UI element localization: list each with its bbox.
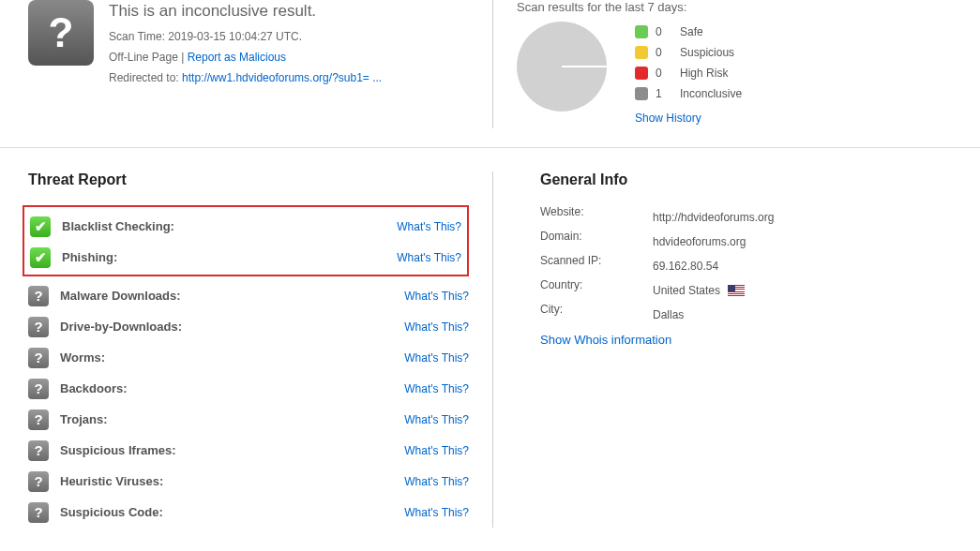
highlighted-rows: ✔ Blacklist Checking: What's This? ✔ Phi… [23, 205, 469, 276]
threat-report-title: Threat Report [28, 171, 469, 188]
threat-row-malware: ? Malware Downloads: What's This? [28, 280, 469, 311]
threat-label: Drive-by-Downloads: [60, 320, 404, 334]
gi-country: Country:United States [540, 278, 952, 303]
result-text-block: This is an inconclusive result. Scan Tim… [109, 0, 382, 128]
whats-this-link[interactable]: What's This? [404, 290, 469, 303]
threat-label: Blacklist Checking: [62, 219, 397, 233]
question-mark-icon: ? [28, 379, 49, 399]
whats-this-link[interactable]: What's This? [404, 351, 469, 365]
gi-ip: Scanned IP:69.162.80.54 [540, 254, 952, 278]
threat-label: Malware Downloads: [60, 289, 404, 303]
swatch-inconclusive-icon [635, 87, 648, 100]
scan-legend: 0 Safe 0 Suspicious 0 High Risk 1 Inconc… [635, 22, 742, 128]
threat-row-trojans: ? Trojans: What's This? [28, 404, 469, 435]
vertical-separator [492, 171, 493, 528]
threat-label: Worms: [60, 350, 404, 365]
result-summary: ? This is an inconclusive result. Scan T… [28, 0, 469, 128]
threat-row-worms: ? Worms: What's This? [28, 342, 469, 373]
whats-this-link[interactable]: What's This? [397, 251, 461, 264]
legend-inconclusive: 1 Inconclusive [635, 83, 742, 104]
whats-this-link[interactable]: What's This? [404, 475, 469, 488]
question-mark-icon: ? [28, 286, 49, 306]
threat-label: Heuristic Viruses: [60, 474, 404, 488]
result-title: This is an inconclusive result. [109, 2, 382, 21]
threat-row-phishing: ✔ Phishing: What's This? [30, 242, 461, 273]
legend-suspicious: 0 Suspicious [635, 42, 742, 63]
report-malicious-link[interactable]: Report as Malicious [188, 51, 286, 64]
whats-this-link[interactable]: What's This? [397, 220, 461, 233]
gi-domain: Domain:hdvideoforums.org [540, 230, 952, 254]
swatch-highrisk-icon [635, 67, 648, 80]
whats-this-link[interactable]: What's This? [404, 506, 469, 519]
threat-row-iframes: ? Suspicious Iframes: What's This? [28, 435, 469, 466]
threat-label: Trojans: [60, 412, 404, 426]
legend-highrisk: 0 High Risk [635, 63, 742, 83]
threat-row-blacklist: ✔ Blacklist Checking: What's This? [30, 211, 461, 242]
question-mark-icon: ? [28, 317, 49, 337]
result-status-icon: ? [28, 0, 94, 66]
legend-safe: 0 Safe [635, 22, 742, 42]
redirect-line: Redirected to: http://ww1.hdvideoforums.… [109, 71, 382, 84]
us-flag-icon [728, 285, 745, 296]
swatch-suspicious-icon [635, 46, 648, 59]
question-mark-icon: ? [28, 471, 49, 492]
question-mark-icon: ? [28, 502, 49, 523]
gi-website: Website:http://hdvideoforums.org [540, 205, 952, 230]
redirect-url-link[interactable]: http://ww1.hdvideoforums.org/?sub1= ... [182, 71, 382, 84]
gi-city: City:Dallas [540, 303, 952, 327]
threat-row-heuristic: ? Heuristic Viruses: What's This? [28, 466, 469, 497]
checkmark-icon: ✔ [30, 247, 51, 268]
threat-label: Phishing: [62, 250, 397, 264]
general-info-title: General Info [540, 171, 952, 188]
question-mark-icon: ? [28, 348, 49, 368]
threat-label: Suspicious Code: [60, 505, 404, 519]
threat-report-section: Threat Report ✔ Blacklist Checking: What… [28, 171, 469, 528]
general-info-section: General Info Website:http://hdvideoforum… [540, 171, 952, 528]
threat-label: Backdoors: [60, 381, 404, 395]
threat-row-suspicious-code: ? Suspicious Code: What's This? [28, 497, 469, 528]
threat-row-backdoors: ? Backdoors: What's This? [28, 373, 469, 404]
offline-line: Off-Line Page | Report as Malicious [109, 51, 382, 64]
whats-this-link[interactable]: What's This? [404, 444, 469, 457]
threat-label: Suspicious Iframes: [60, 443, 404, 457]
vertical-separator [492, 0, 493, 128]
summary-header: ? This is an inconclusive result. Scan T… [0, 0, 980, 148]
scan-history-title: Scan results for the last 7 days: [517, 0, 952, 14]
swatch-safe-icon [635, 25, 648, 38]
scan-history: Scan results for the last 7 days: 0 Safe… [517, 0, 952, 128]
question-mark-icon: ? [28, 410, 49, 430]
scan-time-line: Scan Time: 2019-03-15 10:04:27 UTC. [109, 30, 382, 43]
show-whois-link[interactable]: Show Whois information [540, 333, 671, 347]
question-mark-icon: ? [28, 440, 49, 461]
question-mark-icon: ? [49, 9, 74, 56]
show-history-link[interactable]: Show History [635, 112, 701, 125]
pie-chart-icon [517, 22, 607, 112]
checkmark-icon: ✔ [30, 216, 51, 237]
whats-this-link[interactable]: What's This? [404, 382, 469, 395]
whats-this-link[interactable]: What's This? [404, 413, 469, 426]
threat-row-driveby: ? Drive-by-Downloads: What's This? [28, 311, 469, 342]
whats-this-link[interactable]: What's This? [404, 320, 469, 334]
